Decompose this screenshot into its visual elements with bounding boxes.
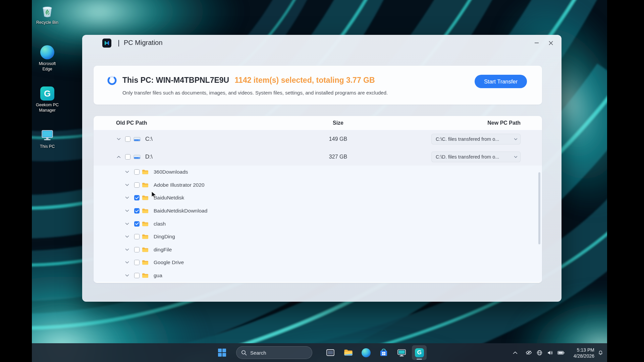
chevron-down-icon[interactable] <box>125 248 129 251</box>
microsoft-store-icon <box>379 348 388 357</box>
header-new-pc-path: New PC Path <box>431 120 521 126</box>
pc-migration-window: PC Migration This PC: WIN-M4TBPNL7E9U 11… <box>82 35 561 302</box>
start-transfer-button[interactable]: Start Transfer <box>475 75 527 88</box>
volume-button[interactable] <box>546 349 554 357</box>
chevron-down-icon[interactable] <box>125 274 129 277</box>
chevron-down-icon <box>514 138 518 140</box>
chevron-down-icon[interactable] <box>125 261 129 264</box>
chevron-down-icon <box>514 156 518 158</box>
eye-slash-icon <box>526 350 532 355</box>
desktop: Recycle Bin Microsoft Edge G Geekom PC M… <box>32 0 607 362</box>
bell-icon <box>598 350 603 355</box>
globe-icon <box>537 350 542 356</box>
folder-checkbox[interactable] <box>134 182 140 188</box>
taskbar-edge[interactable] <box>359 345 373 360</box>
desktop-icon-label: Geekom PC Manager <box>34 103 61 113</box>
chevron-down-icon[interactable] <box>117 138 121 140</box>
folder-name: 360Downloads <box>154 169 188 175</box>
chevron-up-icon[interactable] <box>117 156 121 158</box>
banner-note: Only transfer files such as documents, i… <box>122 90 388 96</box>
folder-row[interactable]: clash <box>94 217 542 230</box>
folder-row[interactable]: gua <box>94 269 542 282</box>
header-size: Size <box>311 120 365 126</box>
this-pc-icon <box>40 127 55 143</box>
taskbar-file-explorer[interactable] <box>341 345 356 360</box>
folder-row[interactable]: Google Drive <box>94 256 542 269</box>
pc-name: This PC: WIN-M4TBPNL7E9U <box>122 76 229 84</box>
desktop-icon-geekom-pc-manager[interactable]: G Geekom PC Manager <box>32 86 63 113</box>
folder-checkbox[interactable] <box>134 221 140 227</box>
folder-row[interactable]: Adobe Illustrator 2020 <box>94 179 542 192</box>
drive-checkbox[interactable] <box>125 154 130 160</box>
folder-name: BaiduNetdisk <box>154 195 184 201</box>
folder-name: dingFile <box>154 247 172 253</box>
folder-checkbox[interactable] <box>134 208 140 214</box>
clock-time: 5:13 PM <box>574 347 594 353</box>
header-old-pc-path: Old PC Path <box>116 120 147 126</box>
search-icon <box>241 350 247 356</box>
chevron-down-icon[interactable] <box>125 209 129 212</box>
taskbar-microsoft-store[interactable] <box>376 345 391 360</box>
taskbar-geekom-pc-manager[interactable]: G <box>412 345 427 360</box>
destination-value: C:\C. files transfered from o... <box>436 136 499 142</box>
title-divider <box>118 40 119 47</box>
folder-checkbox[interactable] <box>134 195 140 200</box>
desktop-icon-recycle-bin[interactable]: Recycle Bin <box>32 3 63 25</box>
drive-row-d[interactable]: D:\ 327 GB C:\D. files transfered from o… <box>94 148 542 166</box>
search-box[interactable]: Search <box>236 346 312 359</box>
folder-checkbox[interactable] <box>134 234 140 239</box>
folder-row[interactable]: BaiduNetdisk <box>94 191 542 204</box>
clock[interactable]: 5:13 PM 4/28/2026 <box>574 347 594 359</box>
chevron-down-icon[interactable] <box>125 235 129 238</box>
desktop-icon-this-pc[interactable]: This PC <box>32 127 63 149</box>
folder-name: clash <box>154 221 166 227</box>
folder-row[interactable]: 360Downloads <box>94 166 542 179</box>
folder-checkbox[interactable] <box>134 169 140 175</box>
folder-icon <box>142 169 149 175</box>
privacy-eye-button[interactable] <box>525 349 533 357</box>
drive-icon <box>133 154 141 160</box>
folder-row[interactable]: dingFile <box>94 243 542 256</box>
chevron-up-icon <box>513 351 518 354</box>
minimize-button[interactable] <box>531 38 542 48</box>
folder-icon <box>142 195 149 200</box>
scrollbar-thumb[interactable] <box>538 172 540 244</box>
drive-row-c[interactable]: C:\ 149 GB C:\C. files transfered from o… <box>94 130 542 148</box>
taskbar-app-window[interactable] <box>323 345 338 360</box>
folder-icon <box>142 247 149 252</box>
folder-name: BaiduNetdiskDownload <box>154 208 207 214</box>
folder-checkbox[interactable] <box>134 247 140 252</box>
drive-checkbox[interactable] <box>125 136 130 142</box>
close-button[interactable] <box>545 38 556 48</box>
chevron-down-icon[interactable] <box>125 223 129 225</box>
banner-headline: This PC: WIN-M4TBPNL7E9U 1142 item(s) se… <box>122 76 375 85</box>
taskbar-pc-display[interactable] <box>394 345 409 360</box>
chevron-down-icon[interactable] <box>125 184 129 186</box>
file-explorer-icon <box>344 349 353 357</box>
network-button[interactable] <box>535 349 543 357</box>
hidden-icons-button[interactable] <box>511 349 519 357</box>
battery-button[interactable] <box>557 349 565 357</box>
window-title: PC Migration <box>124 39 163 47</box>
folder-checkbox[interactable] <box>134 260 140 265</box>
destination-value: C:\D. files transfered from o... <box>436 154 499 160</box>
notification-button[interactable] <box>596 349 604 357</box>
battery-icon <box>557 351 565 355</box>
desktop-icon-label: Recycle Bin <box>36 20 58 25</box>
titlebar[interactable]: PC Migration <box>82 35 561 51</box>
desktop-icon-label: This PC <box>40 144 55 149</box>
chevron-down-icon[interactable] <box>125 196 129 199</box>
destination-dropdown-d[interactable]: C:\D. files transfered from o... <box>431 152 521 162</box>
folder-checkbox[interactable] <box>134 273 140 278</box>
folder-row[interactable]: BaiduNetdiskDownload <box>94 204 542 218</box>
folder-row[interactable]: DingDing <box>94 230 542 243</box>
edge-icon <box>40 45 55 60</box>
geekom-icon: G <box>40 86 55 101</box>
start-button[interactable] <box>217 348 227 358</box>
app-logo-icon <box>102 39 111 48</box>
desktop-icon-microsoft-edge[interactable]: Microsoft Edge <box>32 45 63 72</box>
chevron-down-icon[interactable] <box>125 171 129 173</box>
minimize-icon <box>534 41 539 45</box>
destination-dropdown-c[interactable]: C:\C. files transfered from o... <box>431 134 521 144</box>
screen: Recycle Bin Microsoft Edge G Geekom PC M… <box>0 0 644 362</box>
